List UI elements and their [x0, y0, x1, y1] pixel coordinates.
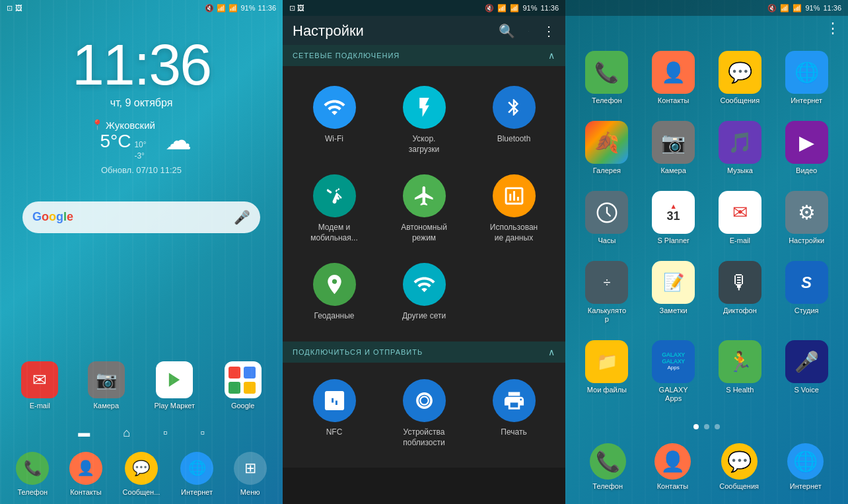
myfiles-app-icon: 📁 — [585, 340, 628, 383]
screenshot-icon: ⊡ — [7, 4, 13, 13]
dot-1[interactable] — [693, 424, 699, 429]
settings-bluetooth[interactable]: Bluetooth — [469, 76, 559, 164]
app-notes[interactable]: 📝 Заметки — [642, 258, 705, 333]
settings-more-btn[interactable]: ⋮ — [542, 23, 555, 39]
apps-dock-phone-icon: 📞 — [590, 443, 626, 480]
settings-nfc[interactable]: NFC — [289, 369, 379, 458]
contacts-app-icon: 👤 — [652, 51, 695, 94]
back-btn[interactable]: ▬ — [78, 426, 90, 440]
settings-search-btn[interactable]: 🔍 — [499, 23, 515, 39]
app-camera[interactable]: 📷 Камера — [642, 118, 705, 184]
dock-menu[interactable]: ⊞ Меню — [234, 452, 267, 496]
battery-text: 91% — [240, 4, 255, 12]
app-internet[interactable]: 🌐 Интернет — [775, 48, 838, 114]
settings-boost[interactable]: Ускор.загрузки — [379, 76, 469, 164]
mic-icon[interactable]: 🎤 — [234, 209, 250, 225]
galaxy-apps-icon: GALAXY GALAXY Apps — [652, 340, 695, 383]
shealth-app-label: S Health — [726, 386, 754, 394]
lock-date: чт, 9 октября — [110, 97, 173, 109]
settings-panel: ⊡ 🖼 🔇 📶 📶 91% 11:36 Настройки 🔍 | ⋮ СЕТЕ… — [283, 0, 565, 504]
dot-2[interactable] — [704, 424, 709, 429]
app-calc[interactable]: ÷ Калькулятор — [575, 258, 639, 333]
dock-phone[interactable]: 📞 Телефон — [16, 452, 49, 496]
dock-camera[interactable]: 📷 Камера — [88, 361, 125, 410]
nav-bar: ▬ ⌂ ▫ ▫ — [0, 419, 283, 447]
internet-app-label: Интернет — [791, 96, 822, 105]
dock-google[interactable]: Google — [225, 361, 262, 410]
apps-more-btn[interactable]: ⋮ — [826, 20, 840, 37]
weather-temp: 5°C — [100, 131, 131, 152]
dock-internet[interactable]: 🌐 Интернет — [180, 452, 213, 496]
app-myfiles[interactable]: 📁 Мои файлы — [575, 337, 639, 412]
settings-data-usage[interactable]: Использование данных — [469, 164, 559, 253]
dock-menu-label: Меню — [240, 488, 260, 496]
dock-contacts[interactable]: 👤 Контакты — [69, 452, 102, 496]
apps-dock-contacts[interactable]: 👤 Контакты — [651, 440, 694, 494]
app-gallery[interactable]: 🍂 Галерея — [575, 118, 639, 184]
dock-row-top: ✉ E-mail 📷 Камера Play Маркет Google — [0, 351, 283, 419]
app-splanner[interactable]: ▲ 31 S Planner — [642, 188, 705, 254]
app-video[interactable]: ▶ Видео — [775, 118, 838, 184]
nfc-label: NFC — [326, 427, 343, 438]
camera-icon-img: 📷 — [88, 361, 125, 398]
dock-playmarket[interactable]: Play Маркет — [154, 361, 195, 410]
studio-app-label: Студия — [795, 306, 819, 315]
app-shealth[interactable]: 🏃 S Health — [709, 337, 772, 412]
notes-app-icon: 📝 — [652, 261, 695, 304]
google-search-bar[interactable]: Google 🎤 — [22, 201, 260, 233]
connect-chevron[interactable]: ∧ — [548, 347, 555, 357]
connect-section-header: ПОДКЛЮЧИТЬСЯ И ОТПРАВИТЬ ∧ — [283, 342, 565, 363]
app-clock[interactable]: Часы — [575, 188, 639, 254]
settings-airplane[interactable]: Автономныйрежим — [379, 164, 469, 253]
settings-time: 11:36 — [540, 4, 559, 12]
settings-location[interactable]: Геоданные — [289, 253, 379, 332]
gallery-app-label: Галерея — [593, 166, 621, 175]
print-circle — [493, 379, 536, 422]
home-btn[interactable]: ⌂ — [123, 426, 130, 440]
apps-dock-messages-label: Сообщения — [719, 482, 759, 491]
recents-btn[interactable]: ▫ — [163, 426, 167, 440]
lock-status-right: 🔇 📶 📶 91% 11:36 — [205, 4, 276, 13]
network-chevron[interactable]: ∧ — [548, 50, 555, 61]
contacts-app-label: Контакты — [658, 96, 689, 105]
sms-icon-img: 💬 — [125, 452, 158, 485]
image-icon: 🖼 — [15, 4, 22, 12]
settings-print[interactable]: Печать — [469, 369, 559, 458]
app-music[interactable]: 🎵 Музыка — [709, 118, 772, 184]
app-studio[interactable]: S Студия — [775, 258, 838, 333]
music-app-label: Музыка — [727, 166, 753, 175]
app-email[interactable]: ✉ E-mail — [709, 188, 772, 254]
apps-status-right: 🔇 📶 📶 91% 11:36 — [767, 4, 841, 13]
location-label: Геоданные — [314, 311, 354, 322]
tether-label: Модем имобильная... — [310, 223, 358, 243]
dock-email[interactable]: ✉ E-mail — [21, 361, 58, 410]
apps-dock-internet[interactable]: 🌐 Интернет — [784, 440, 827, 494]
dock-play-label: Play Маркет — [154, 402, 195, 410]
settings-other-networks[interactable]: Другие сети — [379, 253, 469, 332]
galaxy-apps-label: GALAXYApps — [659, 386, 688, 403]
apps-dock-contacts-label: Контакты — [657, 482, 689, 491]
dock-sms[interactable]: 💬 Сообщен... — [123, 452, 160, 496]
internet-icon-img: 🌐 — [180, 452, 213, 485]
app-galaxy-apps[interactable]: GALAXY GALAXY Apps GALAXYApps — [642, 337, 705, 412]
apps-dock-messages[interactable]: 💬 Сообщения — [716, 440, 762, 494]
app-settings[interactable]: ⚙ Настройки — [775, 188, 838, 254]
app-phone[interactable]: 📞 Телефон — [575, 48, 639, 114]
myfiles-app-label: Мои файлы — [587, 386, 627, 394]
apps-dock-phone[interactable]: 📞 Телефон — [586, 440, 629, 494]
apps-mute-icon: 🔇 — [767, 4, 777, 13]
play-icon-img — [156, 361, 193, 398]
extra-btn[interactable]: ▫ — [200, 426, 204, 440]
google-logo: Google — [32, 210, 73, 224]
app-dictaphone[interactable]: 🎙 Диктофон — [709, 258, 772, 333]
settings-wifi[interactable]: Wi-Fi — [289, 76, 379, 164]
app-svoice[interactable]: 🎤 S Voice — [775, 337, 838, 412]
pin-icon: 📍 — [91, 119, 104, 131]
video-app-icon: ▶ — [785, 121, 828, 164]
app-contacts[interactable]: 👤 Контакты — [642, 48, 705, 114]
dot-3[interactable] — [715, 424, 720, 429]
email-app-label: E-mail — [730, 236, 750, 245]
app-messages[interactable]: 💬 Сообщения — [709, 48, 772, 114]
settings-nearby[interactable]: Устройствапоблизости — [379, 369, 469, 458]
settings-tether[interactable]: Модем имобильная... — [289, 164, 379, 253]
